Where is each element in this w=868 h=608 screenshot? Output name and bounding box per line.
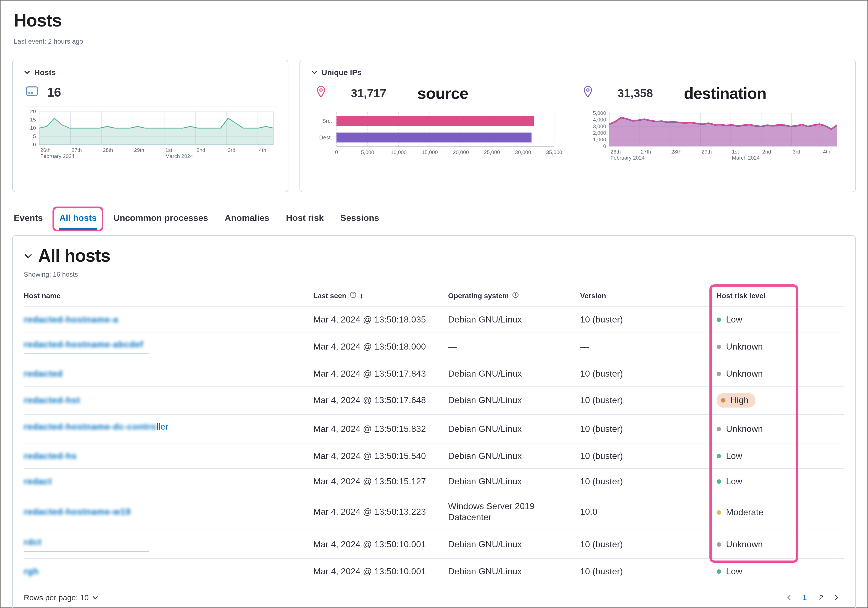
host-name-link[interactable]: redacted-hs	[24, 451, 77, 460]
redacted-host-name: redacted-hostname-a	[24, 314, 118, 324]
host-name-link[interactable]: rgh	[24, 566, 39, 576]
redacted-host-name: redact	[24, 476, 52, 486]
svg-text:February 2024: February 2024	[40, 153, 74, 159]
svg-text:4th: 4th	[823, 149, 830, 155]
last-seen-cell: Mar 4, 2024 @ 13:50:10.001	[313, 532, 448, 556]
svg-text:28th: 28th	[671, 149, 682, 155]
source-metric: 31,717 source	[311, 81, 578, 105]
host-risk-cell: Unknown	[717, 416, 844, 441]
unique-ips-over-time-chart: 01,0002,0003,0004,0005,00026thFebruary 2…	[582, 111, 842, 182]
host-risk-cell: Unknown	[717, 334, 844, 359]
all-hosts-panel: All hosts Showing: 16 hosts Host name La…	[12, 235, 856, 608]
risk-badge: Low	[717, 476, 742, 487]
svg-text:1,000: 1,000	[593, 137, 606, 142]
redacted-host-name: rgh	[24, 566, 39, 576]
risk-dot	[717, 372, 721, 376]
hosts-kpi-card: Hosts 16 0510152026thFebruary 202427th28…	[12, 60, 288, 192]
risk-dot	[717, 427, 721, 431]
risk-label: Unknown	[726, 368, 763, 379]
chevron-down-icon[interactable]	[24, 252, 33, 260]
table-row: rghMar 4, 2024 @ 13:50:10.001Debian GNU/…	[24, 559, 844, 584]
host-name-link[interactable]: redacted-hostname-dc-controller	[24, 422, 168, 431]
host-risk-cell: Unknown	[717, 361, 844, 386]
next-page-button[interactable]	[833, 594, 840, 601]
host-name-link[interactable]: redacted-hostname-a	[24, 314, 118, 324]
host-name-link[interactable]: redact	[24, 476, 52, 486]
risk-label: Low	[726, 566, 742, 577]
svg-text:March 2024: March 2024	[732, 155, 760, 161]
tab-uncommon-processes[interactable]: Uncommon processes	[113, 210, 208, 230]
redacted-host-name: redacted-hostname-dc-contro	[24, 422, 157, 431]
tab-anomalies[interactable]: Anomalies	[225, 210, 269, 230]
col-operating-system[interactable]: Operating system	[448, 287, 580, 306]
pagination: 1 2	[786, 592, 844, 603]
svg-text:0: 0	[33, 142, 36, 147]
risk-badge: Unknown	[717, 424, 763, 435]
info-icon	[512, 292, 519, 300]
redacted-host-name: redacted-hs	[24, 451, 77, 460]
page-header: Hosts Last event: 2 hours ago	[0, 0, 868, 45]
host-name-link[interactable]: redacted-hostname-w19	[24, 507, 131, 516]
risk-dot	[717, 510, 721, 514]
unique-ips-bar-chart: 05,00010,00015,00020,00025,00030,00035,0…	[311, 111, 571, 182]
host-risk-cell: Low	[717, 469, 844, 494]
tab-host-risk[interactable]: Host risk	[286, 210, 324, 230]
previous-page-button[interactable]	[786, 594, 793, 601]
all-hosts-rows: redacted-hostname-aMar 4, 2024 @ 13:50:1…	[24, 307, 844, 584]
svg-text:15: 15	[30, 117, 36, 122]
svg-text:0: 0	[603, 143, 606, 149]
version-cell: —	[580, 334, 717, 359]
chevron-down-icon[interactable]	[311, 69, 318, 76]
svg-text:5: 5	[33, 133, 36, 139]
svg-text:5,000: 5,000	[361, 149, 374, 155]
risk-label: Moderate	[726, 507, 763, 518]
col-host-name[interactable]: Host name	[24, 287, 313, 306]
table-row: redacted-hostname-aMar 4, 2024 @ 13:50:1…	[24, 307, 844, 333]
tab-events[interactable]: Events	[14, 210, 43, 230]
chevron-down-icon[interactable]	[24, 69, 30, 76]
svg-text:15,000: 15,000	[422, 149, 438, 155]
host-name-link[interactable]: redacted	[24, 368, 63, 378]
info-icon	[350, 292, 356, 300]
host-name-link[interactable]: redacted-hostname-abcdef	[24, 340, 143, 349]
svg-text:2,000: 2,000	[593, 130, 606, 136]
host-name-cell: redacted-hs	[24, 444, 313, 468]
last-seen-cell: Mar 4, 2024 @ 13:50:15.540	[313, 444, 448, 468]
tabbar: Events All hosts Uncommon processes Anom…	[0, 210, 868, 230]
col-host-risk-level-label: Host risk level	[717, 292, 765, 300]
svg-text:25,000: 25,000	[484, 149, 500, 155]
tab-all-hosts[interactable]: All hosts	[59, 210, 97, 230]
table-row: redactedMar 4, 2024 @ 13:50:17.843Debian…	[24, 361, 844, 387]
last-seen-cell: Mar 4, 2024 @ 13:50:15.832	[313, 417, 448, 441]
page-1-button[interactable]: 1	[800, 592, 809, 603]
page-2-button[interactable]: 2	[817, 592, 825, 603]
rows-per-page-button[interactable]: Rows per page: 10	[24, 593, 98, 602]
tab-sessions[interactable]: Sessions	[340, 210, 379, 230]
version-cell: 10 (buster)	[580, 361, 717, 386]
col-version[interactable]: Version	[580, 287, 717, 306]
unique-ips-card-title: Unique IPs	[322, 68, 362, 77]
destination-label: destination	[684, 84, 766, 102]
risk-label: Unknown	[726, 424, 763, 435]
host-name-link[interactable]: rdct	[24, 537, 42, 547]
risk-dot	[717, 454, 721, 458]
os-cell: Debian GNU/Linux	[448, 417, 556, 441]
col-host-risk-level[interactable]: Host risk level	[717, 287, 844, 306]
host-name-link[interactable]: redacted-hst	[24, 395, 80, 405]
host-risk-cell: Low	[717, 444, 844, 468]
col-last-seen[interactable]: Last seen ↓	[313, 287, 448, 306]
table-row: redacted-hostname-abcdefMar 4, 2024 @ 13…	[24, 333, 844, 361]
risk-badge: High	[717, 393, 755, 408]
divider	[24, 107, 277, 107]
all-hosts-table: Host name Last seen ↓ Operating system	[24, 287, 844, 584]
svg-text:35,000: 35,000	[546, 149, 562, 155]
version-cell: 10 (buster)	[580, 307, 717, 332]
os-cell: Debian GNU/Linux	[448, 444, 556, 468]
risk-badge: Unknown	[717, 539, 763, 550]
svg-text:Dest.: Dest.	[319, 135, 332, 141]
source-label: source	[417, 84, 468, 102]
sort-desc-icon[interactable]: ↓	[360, 292, 363, 300]
page-title: Hosts	[14, 11, 854, 31]
risk-label: Low	[726, 476, 742, 487]
destination-metric: 31,358 destination	[578, 81, 844, 105]
